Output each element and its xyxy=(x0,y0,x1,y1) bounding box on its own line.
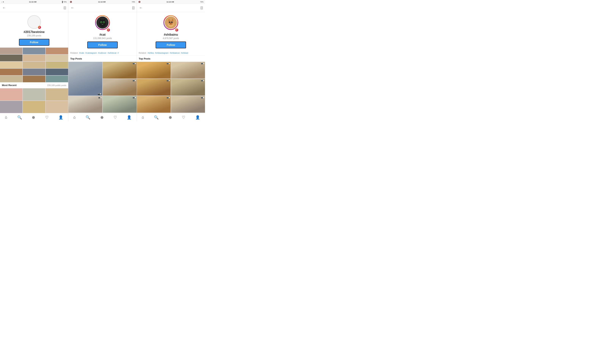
nav-bar-3: ← ⌹ xyxy=(137,4,205,12)
grid-cell-1-4 xyxy=(0,55,22,61)
nav-profile-3[interactable]: 👤 xyxy=(194,114,202,121)
posts-count-3: 4,878,587 posts xyxy=(163,37,179,40)
related-tag-cats[interactable]: #cats xyxy=(79,52,84,54)
related-bar-3: Related: #shiba #shibastagram #shibalove… xyxy=(137,50,205,56)
top-posts-grid-3: 📷▶ 📷▶ 📷▶ 📷▶ 📷▶ 📷▶ 📷▶ 📷▶ xyxy=(137,62,205,113)
follow-button-2[interactable]: Follow xyxy=(87,41,118,48)
recent-cell-1-4 xyxy=(0,101,22,113)
related-tag-catstagram[interactable]: #catstagram xyxy=(85,52,97,54)
top-post-3-1[interactable]: 📷▶ xyxy=(137,62,171,78)
camera-icon-3-4: 📷▶ xyxy=(201,79,205,81)
related-tag-shibad[interactable]: #shibad xyxy=(181,52,188,54)
related-tag-whitecat[interactable]: #whitecat xyxy=(108,52,116,54)
status-right-3: 74% xyxy=(200,1,204,3)
camera-icon-2-3: 📷▶ xyxy=(133,79,136,81)
nav-profile-1[interactable]: 👤 xyxy=(57,114,65,121)
status-left-icons-3: 🔇 xyxy=(138,1,140,3)
related-tag-shibalove[interactable]: #shibalove xyxy=(170,52,180,54)
recent-cell-1-5 xyxy=(23,101,45,113)
most-recent-label-1: Most Recent xyxy=(2,84,16,87)
status-right-2: 74% xyxy=(132,1,135,3)
back-button-2[interactable]: ← xyxy=(71,6,74,10)
top-post-3-3[interactable]: 📷▶ xyxy=(137,79,171,96)
status-time-2: 11:14 AM xyxy=(98,1,106,3)
nav-heart-3[interactable]: ♡ xyxy=(180,114,187,121)
nav-bar-2: ← ⌹ xyxy=(68,4,137,12)
camera-icon-2-5: 📷▶ xyxy=(133,96,136,98)
nav-home-2[interactable]: ⌂ xyxy=(72,114,77,121)
top-post-2-4[interactable]: 📷▶ xyxy=(68,96,102,113)
top-post-2-5[interactable]: 📷▶ xyxy=(103,96,137,113)
top-posts-grid-2: 📷▶ 📷▶ 📷▶ 📷▶ 📷▶ 📷▶ 📷▶ xyxy=(68,62,137,113)
mute-icon-2: 🔇 xyxy=(70,1,72,3)
top-post-main-2[interactable]: 📷▶ xyxy=(68,62,102,96)
back-button-3[interactable]: ← xyxy=(139,6,143,10)
related-tag-shibastagram[interactable]: #shibastagram xyxy=(155,52,169,54)
back-button-1[interactable]: ← xyxy=(2,6,6,10)
avatar-container-3: # xyxy=(164,15,178,31)
spotify-icon: ● xyxy=(3,1,4,3)
grid-cell-1-1 xyxy=(0,48,22,54)
battery-percent-1: 74% xyxy=(63,1,67,3)
profile-header-2: # #cat 131,090,941 posts Follow xyxy=(68,12,137,50)
svg-point-16 xyxy=(172,22,173,22)
top-post-3-6[interactable]: 📷▶ xyxy=(171,96,205,113)
top-post-3-5[interactable]: 📷▶ xyxy=(137,96,171,113)
nav-profile-2[interactable]: 👤 xyxy=(125,114,133,121)
grid-cell-1-9 xyxy=(46,62,68,68)
related-bar-2: Related: #cats #catstagram #catlover #wh… xyxy=(68,50,137,56)
panel-2017bestnine: ♪ ● 11:13 AM ▐ 74% ← ⌹ # #2017bestnine 2… xyxy=(0,0,68,121)
video-icon-main-2: 📷▶ xyxy=(98,93,102,95)
related-tag-shiba[interactable]: #shiba xyxy=(148,52,154,54)
camera-icon-3-6: 📷▶ xyxy=(201,96,205,98)
recent-cell-1-1 xyxy=(0,88,22,101)
battery-icon: ▐ xyxy=(61,1,63,3)
grid-cell-1-2 xyxy=(23,48,45,54)
grid-cell-1-15 xyxy=(46,76,68,82)
grid-cell-1-14 xyxy=(23,76,45,82)
nav-add-1[interactable]: ⊕ xyxy=(30,114,37,121)
top-post-2-2[interactable]: 📷▶ xyxy=(103,62,137,78)
nav-search-1[interactable]: 🔍 xyxy=(16,114,24,121)
hashtag-title-1: #2017bestnine xyxy=(24,30,45,34)
hashtag-badge-1: # xyxy=(38,26,41,29)
follow-button-1[interactable]: Follow xyxy=(19,39,49,46)
camera-icon-3-1: 📷▶ xyxy=(167,62,170,64)
panel-shibainu: 🔇 11:14 AM 74% ← ⌹ xyxy=(137,0,205,121)
status-bar-3: 🔇 11:14 AM 74% xyxy=(137,0,205,4)
nav-add-3[interactable]: ⊕ xyxy=(167,114,174,121)
related-tag-catlover[interactable]: #catlover xyxy=(98,52,107,54)
grid-cell-1-7 xyxy=(0,62,22,68)
avatar-inner-2 xyxy=(96,16,109,29)
hashtag-title-3: #shibainu xyxy=(164,33,178,36)
follow-button-3[interactable]: Follow xyxy=(156,41,186,48)
camera-icon-3-3: 📷▶ xyxy=(167,79,170,81)
related-tag-more-2[interactable]: # xyxy=(118,52,119,54)
camera-icon-3-2: 📷▶ xyxy=(201,62,205,64)
nav-home-3[interactable]: ⌂ xyxy=(140,114,146,121)
nav-search-2[interactable]: 🔍 xyxy=(84,114,92,121)
share-button-1[interactable]: ⌹ xyxy=(64,6,66,10)
top-post-3-4[interactable]: 📷▶ xyxy=(171,79,205,96)
svg-point-15 xyxy=(170,22,170,22)
top-posts-header-3: Top Posts xyxy=(137,56,205,62)
share-button-3[interactable]: ⌹ xyxy=(201,6,203,10)
grid-cell-1-12 xyxy=(46,69,68,75)
nav-heart-2[interactable]: ♡ xyxy=(112,114,118,121)
nav-home-1[interactable]: ⌂ xyxy=(3,114,9,121)
camera-icon-3-5: 📷▶ xyxy=(167,96,170,98)
battery-2: 74% xyxy=(132,1,135,3)
top-post-2-3[interactable]: 📷▶ xyxy=(103,79,137,96)
nav-heart-1[interactable]: ♡ xyxy=(44,114,50,121)
svg-point-6 xyxy=(101,22,102,23)
status-time-1: 11:13 AM xyxy=(29,1,36,3)
status-right-icons-1: ▐ 74% xyxy=(61,1,67,3)
share-button-2[interactable]: ⌹ xyxy=(132,6,134,10)
svg-point-17 xyxy=(170,23,172,24)
nav-add-2[interactable]: ⊕ xyxy=(99,114,105,121)
nav-search-3[interactable]: 🔍 xyxy=(152,114,160,121)
camera-icon-2-2: 📷▶ xyxy=(133,62,136,64)
grid-cell-1-6 xyxy=(46,55,68,61)
camera-icon-2-4: 📷▶ xyxy=(98,96,102,98)
top-post-3-2[interactable]: 📷▶ xyxy=(171,62,205,78)
